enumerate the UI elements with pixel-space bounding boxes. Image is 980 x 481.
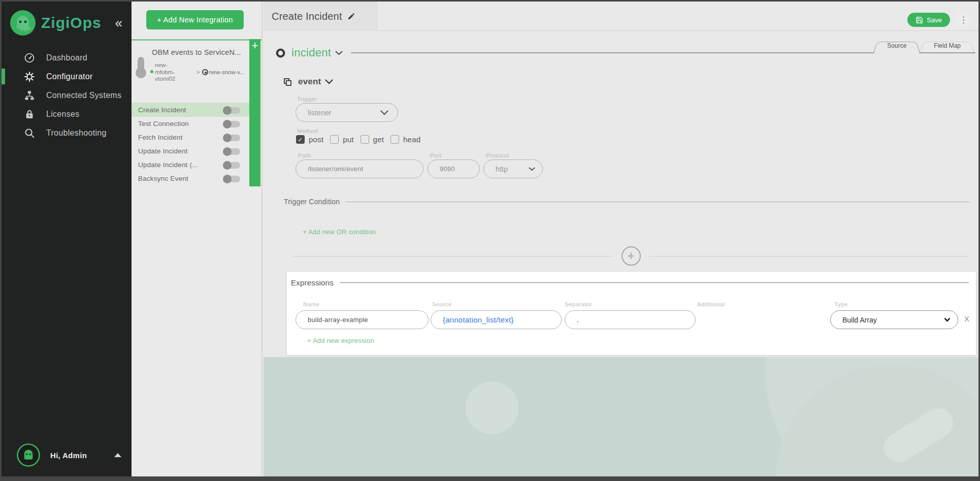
action-label: Test Connection [138,120,189,127]
action-toggle[interactable] [223,107,240,114]
chevron-up-icon[interactable] [114,453,121,457]
checkbox-head[interactable]: head [390,135,420,144]
checkbox-icon [390,135,399,144]
expression-source-input[interactable] [443,315,552,324]
checkbox-icon [361,135,369,144]
checkbox-get[interactable]: get [361,135,384,144]
expression-source-wrap [431,310,562,329]
chevron-down-icon [529,167,535,171]
tab-field-map[interactable]: Field Map [920,40,974,53]
action-label: Create Incident [138,106,186,114]
action-toggle[interactable] [223,176,240,182]
decorative-footer [264,357,978,476]
integration-card[interactable]: OBM events to ServiceN... new- mfobm- vt… [132,39,262,99]
event-section-header[interactable]: event [283,77,333,87]
target-system: > new-snow-v... [197,69,245,75]
port-input-wrap [428,159,480,178]
event-section-label: event [298,77,321,87]
save-icon [916,16,923,24]
protocol-value: http [496,165,508,173]
trigger-condition-title: Trigger Condition [284,198,340,206]
expressions-panel: Expressions Name Source Separator Additi… [287,272,976,355]
more-options-button[interactable] [955,12,971,28]
action-item-update-incident-2[interactable]: Update Incident (... [132,158,249,172]
sidebar-item-configurator[interactable]: Configurator [2,67,132,86]
logo-row: ZigiOps « [10,9,125,37]
sidebar-item-troubleshooting[interactable]: Troubleshooting [2,123,132,142]
title-zone: Create Incident [264,2,377,31]
search-icon [24,127,35,139]
lock-icon [24,109,35,120]
action-item-test-connection[interactable]: Test Connection [132,117,249,131]
action-toggle[interactable] [223,162,240,169]
edit-title-icon[interactable] [347,12,355,20]
method-label: Method [297,128,318,134]
tab-label: Source [887,42,906,49]
arrow-right: > [197,69,200,75]
chevron-down-icon[interactable] [335,51,343,55]
checkbox-label: head [403,135,420,144]
add-action-button[interactable]: + [249,39,260,52]
add-or-condition-link[interactable]: + Add new OR condition [303,228,376,236]
trigger-value: listener [308,109,332,117]
sidebar-item-label: Connected Systems [46,91,121,100]
decorative-circle [466,381,518,434]
protocol-label: Protocol [486,152,509,158]
expressions-header: Expressions [291,278,969,287]
divider [346,202,969,202]
sidebar-item-label: Troubleshooting [46,129,107,138]
status-dot [150,70,153,73]
app-window: ZigiOps « Dashboard [0,0,980,481]
dashboard-icon [24,52,35,63]
action-label: Update Incident [138,147,188,155]
action-item-fetch-incident[interactable]: Fetch Incident [132,131,249,144]
save-label: Save [927,16,942,24]
action-toggle[interactable] [223,121,240,127]
port-label: Port [430,152,442,158]
sidebar-item-connected-systems[interactable]: Connected Systems [2,86,132,105]
save-button[interactable]: Save [907,13,950,27]
chevron-down-icon[interactable] [325,79,333,84]
source-system-name: new- mfobm- vtomi02 [155,62,175,83]
header-actions: Save [907,12,971,28]
action-toggle[interactable] [223,135,240,141]
network-icon [24,90,35,101]
chevron-down-icon [380,110,388,115]
path-input[interactable] [308,165,414,173]
path-label: Path [298,152,311,158]
entity-name[interactable]: incident [291,46,331,59]
trigger-dropdown[interactable]: listener [296,103,398,122]
protocol-dropdown[interactable]: http [483,159,543,178]
source-line: mfobm- [155,69,175,75]
expression-name-input[interactable] [308,316,419,324]
entity-row: incident Source Field Map [276,44,975,61]
target-system-name: new-snow-v... [209,69,245,75]
expression-separator-input[interactable] [577,316,686,324]
action-item-create-incident[interactable]: Create Incident [132,103,249,117]
page-title: Create Incident [272,11,342,22]
add-section-button[interactable]: + [622,246,641,266]
checkbox-put[interactable]: put [330,135,353,144]
action-toggle[interactable] [223,148,240,155]
sidebar-item-licenses[interactable]: Licenses [2,105,132,123]
sidebar-item-label: Dashboard [46,53,87,62]
source-line: vtomi02 [155,76,175,82]
action-item-backsync-event[interactable]: Backsync Event [132,172,249,185]
port-input[interactable] [440,165,470,173]
expression-type-select[interactable]: Build Array [830,310,958,329]
section-divider: + [293,246,968,266]
sidebar-item-dashboard[interactable]: Dashboard [2,48,132,67]
event-squares-icon [283,78,292,86]
add-expression-link[interactable]: + Add new expression [307,337,374,344]
add-new-integration-button[interactable]: + Add New Integration [146,10,244,29]
remove-expression-button[interactable]: X [964,314,969,323]
action-item-update-incident[interactable]: Update Incident [132,144,249,158]
target-system-icon [202,69,208,75]
checkbox-post[interactable]: post [296,135,323,144]
checkbox-label: post [309,135,323,144]
sidebar-collapse-button[interactable]: « [115,16,125,29]
tab-source[interactable]: Source [873,40,920,53]
checkbox-icon [296,135,305,144]
sidebar-item-label: Configurator [46,72,93,81]
user-menu[interactable]: Hi, Admin [17,443,121,467]
